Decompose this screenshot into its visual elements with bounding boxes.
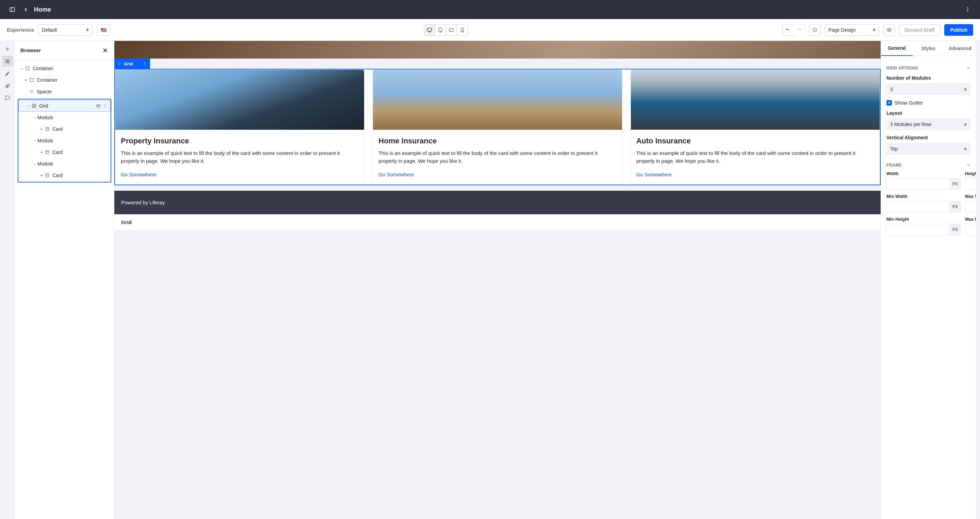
show-gutter-checkbox[interactable] [886,100,892,105]
svg-rect-5 [427,28,432,31]
max-height-label: Max Height [965,217,976,222]
canvas[interactable]: Grid Property Insurance This is an examp… [115,41,881,519]
visibility-icon[interactable] [96,104,101,108]
width-input[interactable] [887,179,950,189]
card-text: This is an example of quick text to fill… [636,150,874,165]
tree-node-card[interactable]: + Card [18,123,111,135]
tree-node-spacer[interactable]: Spacer [16,86,113,97]
redo-icon[interactable] [794,24,805,36]
card[interactable]: Property Insurance This is an example of… [115,69,364,185]
tree-node-grid[interactable]: − Grid [18,100,111,112]
back-icon[interactable] [19,3,33,16]
device-mobile-icon[interactable] [457,24,468,35]
sidebar-toggle-icon[interactable] [5,3,19,16]
tree-node-card[interactable]: + Card [18,147,111,158]
design-icon[interactable] [2,68,13,79]
max-height-input[interactable] [966,224,976,235]
kebab-icon[interactable] [103,104,108,108]
layout-select[interactable]: 3 Modules per Row [886,118,970,130]
card-link[interactable]: Go Somewhere [121,172,156,177]
browser-icon[interactable] [2,56,13,67]
page-design-select[interactable]: Page Design [825,24,879,36]
scrollbar[interactable] [976,41,980,519]
editor-toolbar: Experience Default 🇺🇸 Page Design [0,19,980,41]
svg-point-9 [440,31,441,31]
publish-button[interactable]: Publish [944,24,973,36]
undo-icon[interactable] [782,24,794,36]
svg-rect-23 [30,78,33,81]
svg-point-30 [98,105,99,107]
card-image [631,70,880,130]
card-title: Property Insurance [121,137,359,145]
properties-panel: General Styles Advanced GRID OPTIONS Num… [881,41,976,519]
selection-tag[interactable]: Grid [115,59,150,69]
unit-select[interactable]: PX [950,179,961,189]
kebab-menu-icon[interactable] [961,3,975,16]
svg-point-44 [119,64,119,65]
card-link[interactable]: Go Somewhere [379,172,414,177]
svg-rect-34 [46,127,49,131]
section-frame[interactable]: FRAME [886,163,970,168]
svg-rect-29 [34,106,36,108]
card-title: Auto Insurance [636,137,874,145]
device-desktop-icon[interactable] [424,24,435,35]
add-icon[interactable] [2,43,13,54]
svg-point-12 [462,31,463,31]
device-tablet-landscape-icon[interactable] [446,24,457,35]
svg-point-47 [144,63,145,64]
preview-icon[interactable] [883,24,895,36]
svg-point-14 [888,29,890,30]
tab-advanced[interactable]: Advanced [944,41,976,56]
drag-icon[interactable] [118,62,121,66]
valign-select[interactable]: Top [886,143,970,155]
browser-panel-title: Browser [21,47,41,53]
device-preview-group [424,24,468,36]
max-width-input[interactable] [966,201,976,212]
min-width-input[interactable] [887,201,950,212]
svg-rect-28 [32,106,34,108]
svg-point-43 [120,63,121,64]
locale-flag-button[interactable]: 🇺🇸 [97,24,110,36]
tree-node-container[interactable]: − Container [16,63,113,74]
svg-point-46 [144,62,145,63]
close-icon[interactable] [102,47,108,54]
min-height-input[interactable] [887,224,950,235]
svg-point-4 [967,11,969,12]
tree-node-card[interactable]: + Card [18,169,111,181]
tree-node-module[interactable]: − Module [18,135,111,147]
height-input[interactable] [966,179,976,189]
card-title: Home Insurance [379,137,616,145]
tree-node-module[interactable]: − Module [18,158,111,169]
svg-point-2 [967,7,969,8]
chevron-down-icon [966,66,970,70]
svg-rect-10 [449,29,453,31]
tree-node-container[interactable]: + Container [16,74,113,86]
svg-rect-0 [10,8,14,11]
svg-rect-27 [34,104,36,105]
section-grid-options[interactable]: GRID OPTIONS [886,66,970,70]
card-link[interactable]: Go Somewhere [636,172,672,177]
tab-general[interactable]: General [881,41,913,56]
card[interactable]: Auto Insurance This is an example of qui… [630,69,880,185]
kebab-icon[interactable] [143,62,147,66]
num-modules-select[interactable]: 3 [886,83,970,95]
grid-selection[interactable]: Property Insurance This is an example of… [115,69,881,185]
discard-draft-button[interactable]: Discard Draft [899,24,940,36]
unit-select[interactable]: PX [950,224,961,235]
tab-styles[interactable]: Styles [913,41,944,56]
comments-icon[interactable] [2,93,13,104]
history-icon[interactable] [809,24,821,36]
width-label: Width [886,171,961,176]
footer: Powered by Liferay [115,191,881,214]
unit-select[interactable]: PX [950,201,961,212]
num-modules-label: Number of Modules [886,75,970,81]
max-width-label: Max Width [965,194,976,199]
browser-tree: − Container + Container Spacer − Grid [15,60,114,519]
card-text: This is an example of quick text to fill… [379,150,616,165]
card[interactable]: Home Insurance This is an example of qui… [372,69,622,185]
tree-node-module[interactable]: − Module [18,112,111,123]
valign-label: Vertical Alignment [886,135,970,140]
device-tablet-icon[interactable] [435,24,446,35]
experience-select[interactable]: Default [38,24,92,36]
attachment-icon[interactable] [2,80,13,91]
